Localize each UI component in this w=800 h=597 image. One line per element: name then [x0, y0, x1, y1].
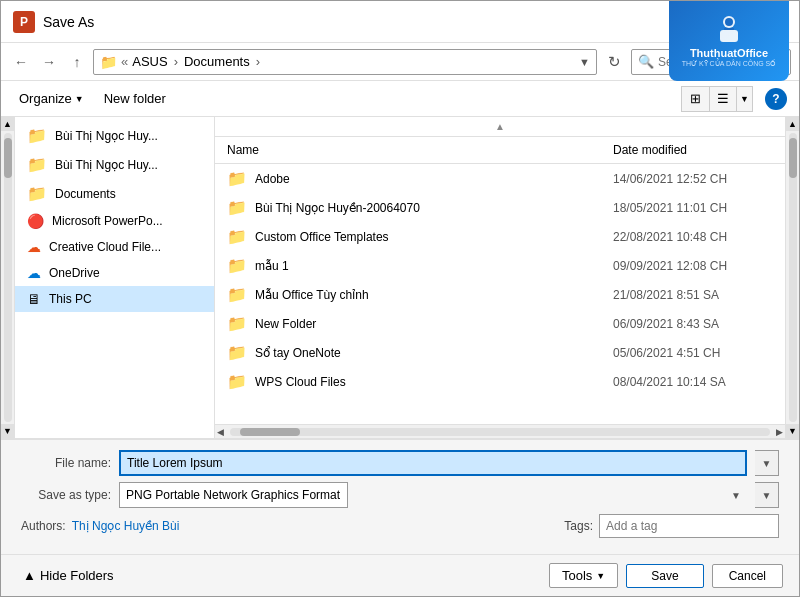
folder-icon-r5: 📁 [227, 314, 247, 333]
file-name-3: mẫu 1 [255, 259, 605, 273]
file-date-6: 05/06/2021 4:51 CH [613, 346, 773, 360]
search-icon: 🔍 [638, 54, 654, 69]
left-panel-label-1: Bùi Thị Ngọc Huy... [55, 158, 158, 172]
hide-folders-label: Hide Folders [40, 568, 114, 583]
folder-icon-r1: 📁 [227, 198, 247, 217]
left-panel-label-0: Bùi Thị Ngọc Huy... [55, 129, 158, 143]
sort-arrow[interactable]: ▲ [215, 117, 785, 137]
folder-icon-r0: 📁 [227, 169, 247, 188]
tags-input[interactable] [599, 514, 779, 538]
save-as-type-select[interactable]: PNG Portable Network Graphics Format [119, 482, 348, 508]
file-row-6[interactable]: 📁 Sổ tay OneNote 05/06/2021 4:51 CH [215, 338, 785, 367]
cancel-button[interactable]: Cancel [712, 564, 783, 588]
tools-label: Tools [562, 568, 592, 583]
left-panel-item-0[interactable]: 📁 Bùi Thị Ngọc Huy... [15, 121, 214, 150]
organize-dropdown-icon: ▼ [75, 94, 84, 104]
new-folder-label: New folder [104, 91, 166, 106]
file-row-1[interactable]: 📁 Bùi Thị Ngọc Huyền-20064070 18/05/2021… [215, 193, 785, 222]
h-scroll-track[interactable] [230, 428, 770, 436]
view-grid-button[interactable]: ⊞ [681, 86, 709, 112]
watermark-subtitle: THỨ KỸ CỦA DÂN CÔNG SỐ [682, 60, 777, 68]
h-scroll-right-arrow[interactable]: ▶ [774, 427, 785, 437]
v-scroll-down[interactable]: ▼ [786, 424, 800, 438]
file-name-1: Bùi Thị Ngọc Huyền-20064070 [255, 201, 605, 215]
save-as-type-select-wrap: PNG Portable Network Graphics Format [119, 482, 747, 508]
folder-icon-r2: 📁 [227, 227, 247, 246]
vertical-scrollbar: ▲ ▼ [785, 117, 799, 438]
new-folder-button[interactable]: New folder [98, 88, 172, 109]
folder-icon-0: 📁 [27, 126, 47, 145]
file-name-4: Mẫu Office Tùy chỉnh [255, 288, 605, 302]
watermark-name: ThuthuatOffice [690, 46, 768, 60]
main-content: ▲ ▼ 📁 Bùi Thị Ngọc Huy... 📁 Bùi Thị Ngọc… [1, 117, 799, 438]
organize-label: Organize [19, 91, 72, 106]
file-row-2[interactable]: 📁 Custom Office Templates 22/08/2021 10:… [215, 222, 785, 251]
bottom-form: File name: ▼ Save as type: PNG Portable … [1, 438, 799, 554]
column-name-header[interactable]: Name [227, 143, 613, 157]
file-row-0[interactable]: 📁 Adobe 14/06/2021 12:52 CH [215, 164, 785, 193]
organize-button[interactable]: Organize ▼ [13, 88, 90, 109]
metadata-row: Authors: Thị Ngọc Huyền Bùi Tags: [21, 514, 779, 538]
left-panel-label-5: OneDrive [49, 266, 100, 280]
save-as-type-dropdown-button[interactable]: ▼ [755, 482, 779, 508]
left-panel-item-3[interactable]: 🔴 Microsoft PowerPo... [15, 208, 214, 234]
left-panel-item-6[interactable]: 🖥 This PC [15, 286, 214, 312]
left-scroll-down[interactable]: ▼ [1, 424, 15, 438]
left-panel: 📁 Bùi Thị Ngọc Huy... 📁 Bùi Thị Ngọc Huy… [15, 117, 215, 438]
creative-cloud-icon: ☁ [27, 239, 41, 255]
left-panel-item-1[interactable]: 📁 Bùi Thị Ngọc Huy... [15, 150, 214, 179]
left-panel-label-2: Documents [55, 187, 116, 201]
hide-folders-button[interactable]: ▲ Hide Folders [17, 565, 120, 586]
tools-button[interactable]: Tools ▼ [549, 563, 618, 588]
breadcrumb-documents[interactable]: Documents [184, 54, 250, 69]
footer: ▲ Hide Folders Tools ▼ Save Cancel [1, 554, 799, 596]
authors-value[interactable]: Thị Ngọc Huyền Bùi [72, 519, 180, 533]
tools-dropdown-icon: ▼ [596, 571, 605, 581]
file-row-4[interactable]: 📁 Mẫu Office Tùy chỉnh 21/08/2021 8:51 S… [215, 280, 785, 309]
left-panel-item-2[interactable]: 📁 Documents [15, 179, 214, 208]
file-row-5[interactable]: 📁 New Folder 06/09/2021 8:43 SA [215, 309, 785, 338]
forward-button[interactable]: → [37, 50, 61, 74]
window-title: Save As [43, 14, 94, 30]
view-dropdown-button[interactable]: ▼ [737, 86, 753, 112]
footer-right: Tools ▼ Save Cancel [549, 563, 783, 588]
left-panel-item-5[interactable]: ☁ OneDrive [15, 260, 214, 286]
pp-icon-3: 🔴 [27, 213, 44, 229]
left-panel-item-4[interactable]: ☁ Creative Cloud File... [15, 234, 214, 260]
file-row-3[interactable]: 📁 mẫu 1 09/09/2021 12:08 CH [215, 251, 785, 280]
sort-arrow-icon: ▲ [495, 121, 505, 132]
file-name-2: Custom Office Templates [255, 230, 605, 244]
powerpoint-icon: P [13, 11, 35, 33]
breadcrumb-bar[interactable]: 📁 « ASUS › Documents › ▼ [93, 49, 597, 75]
save-button[interactable]: Save [626, 564, 703, 588]
h-scroll-left-arrow[interactable]: ◀ [215, 427, 226, 437]
folder-icon-1: 📁 [27, 155, 47, 174]
filename-label: File name: [21, 456, 111, 470]
authors-group: Authors: Thị Ngọc Huyền Bùi [21, 519, 179, 533]
file-list-header: Name Date modified [215, 137, 785, 164]
left-scroll-up[interactable]: ▲ [1, 117, 15, 131]
authors-label: Authors: [21, 519, 66, 533]
up-button[interactable]: ↑ [65, 50, 89, 74]
breadcrumb-asus[interactable]: ASUS [132, 54, 167, 69]
v-scroll-up[interactable]: ▲ [786, 117, 800, 131]
horizontal-scrollbar[interactable]: ◀ ▶ [215, 424, 785, 438]
breadcrumb-arrow-icon: › [174, 54, 178, 69]
breadcrumb-separator: « [121, 54, 128, 69]
v-scroll-thumb [789, 138, 797, 178]
view-list-button[interactable]: ☰ [709, 86, 737, 112]
filename-input[interactable] [119, 450, 747, 476]
back-button[interactable]: ← [9, 50, 33, 74]
breadcrumb-dropdown-button[interactable]: ▼ [579, 56, 590, 68]
save-as-dialog: P Save As ThuthuatOffice THỨ KỸ CỦA DÂN … [0, 0, 800, 597]
svg-rect-3 [724, 28, 734, 30]
file-date-7: 08/04/2021 10:14 SA [613, 375, 773, 389]
tags-group: Tags: [564, 514, 779, 538]
file-row-7[interactable]: 📁 WPS Cloud Files 08/04/2021 10:14 SA [215, 367, 785, 396]
refresh-button[interactable]: ↻ [601, 49, 627, 75]
onedrive-icon: ☁ [27, 265, 41, 281]
filename-dropdown-button[interactable]: ▼ [755, 450, 779, 476]
column-date-header[interactable]: Date modified [613, 143, 773, 157]
help-button[interactable]: ? [765, 88, 787, 110]
this-pc-icon: 🖥 [27, 291, 41, 307]
